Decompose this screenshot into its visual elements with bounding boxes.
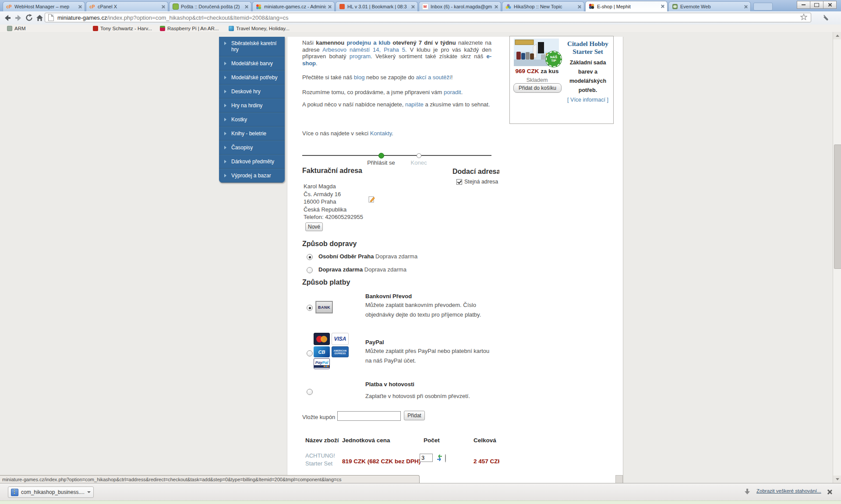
sidebar-item-modelarske-potreby[interactable]: Modelářské potřeby [219,70,285,85]
link-akce-a-souteze[interactable]: akcí a soutěží [416,74,451,81]
product-title-link[interactable]: Citadel Hobby Starter Set [564,40,611,56]
scroll-down-button[interactable] [833,476,841,483]
cart-product-link[interactable]: ACHTUNG! Starter Set [305,452,335,468]
vertical-scrollbar[interactable] [833,32,841,483]
payment-radio-paypal[interactable] [307,350,313,356]
window-controls [797,1,837,9]
minimize-button[interactable] [797,1,810,9]
status-bar-url: miniature-games.cz/index.php?option=com_… [0,475,420,483]
more-info-link[interactable]: [ Více informací ] [564,97,611,103]
tab-gmail-inbox[interactable]: M Inbox (6) - karol.magda@gm [419,1,501,11]
sidebar-item-darkove-predmety[interactable]: Dárkové předměty [219,155,285,169]
evernote-icon [671,4,678,10]
tab-close-icon[interactable] [328,5,332,9]
tab-close-icon[interactable] [661,4,664,8]
link-blog[interactable]: blog [354,74,365,81]
back-button[interactable] [2,13,12,23]
download-menu-caret-icon[interactable] [87,491,91,493]
tab-eshop-active[interactable]: E-shop | Mephit [585,1,668,11]
tab-close-icon[interactable] [494,5,498,9]
billing-address-heading: Fakturační adresa [302,167,362,175]
address-bar[interactable]: miniature-games.cz/index.php?option=com_… [45,13,811,22]
link-poradit[interactable]: poradit [444,89,461,95]
wrench-menu-button[interactable] [820,13,830,23]
link-napiste[interactable]: napište [405,101,424,108]
same-address-checkbox[interactable] [456,179,462,185]
coupon-input[interactable] [337,411,401,421]
show-all-downloads-link[interactable]: Zobrazit veškeré stahování... [756,488,821,493]
shipping-radio-osobni-odber[interactable] [307,254,313,260]
reload-button[interactable] [24,13,34,23]
cpanel-icon: cP [89,4,95,10]
tab-hikashop-forum[interactable]: HikaShop :: New Topic [502,1,584,11]
bookmark-star-icon[interactable] [800,14,807,22]
quantity-input[interactable] [420,454,433,462]
shipping-radio-doprava-zdarma[interactable] [307,267,313,273]
progress-current-dot[interactable] [378,153,384,159]
tab-evernote[interactable]: Evernote Web [668,1,751,11]
intro-paragraph-4: A pokud něco v naší nabídce nenajdete, n… [302,101,491,108]
scrollbar-thumb[interactable] [834,145,841,269]
tab-close-icon[interactable] [161,5,165,9]
same-address-label: Stejná adresa [464,179,498,185]
tab-close-icon[interactable] [411,5,415,9]
joomla-icon [255,4,262,10]
tab-overflow-stub[interactable] [753,3,773,11]
tab-close-icon[interactable] [744,5,748,9]
edit-address-icon[interactable] [368,195,376,205]
new-address-button[interactable]: Nové [305,222,323,231]
tab-close-icon[interactable] [577,5,581,9]
tab-close-icon[interactable] [244,5,248,9]
payment-desc-cash: Zaplaťte v hotovosti při osobním převzet… [365,391,492,401]
tab-close-icon[interactable] [78,5,82,9]
cart-header-total: Celková [474,437,496,444]
link-adresa[interactable]: Arbesovo náměstí 14, Praha 5 [322,46,405,53]
scroll-up-button[interactable] [833,32,841,39]
sidebar-item-deskove-hry[interactable]: Deskové hry [219,85,285,99]
home-button[interactable] [35,13,45,23]
add-to-cart-button[interactable]: Přidat do košíku [513,83,562,93]
tab-posta[interactable]: Pošta :: Doručená pošta (2) [169,1,251,11]
tab-webhost-manager[interactable]: cP WebHost Manager – mep [3,1,85,11]
page-viewport: Sběratelské karetní hry Modelářské barvy… [0,32,841,483]
bookmark-raspberry-pi[interactable]: Raspberry Pi | An AR... [160,25,219,32]
close-button[interactable] [823,1,837,9]
sidebar-item-modelarske-barvy[interactable]: Modelářské barvy [219,56,285,70]
sidebar-item-hry-na-hrdiny[interactable]: Hry na hrdiny [219,99,285,113]
progress-final-dot[interactable] [417,153,421,158]
frame-scrollbar-end[interactable] [615,475,623,483]
cb-card-icon: CB [314,346,330,357]
link-prodejna-a-klub[interactable]: prodejnu a klub [346,39,390,46]
joomla-site-icon [588,3,595,10]
download-item-button[interactable]: com_hikashop_business....zip [8,486,94,498]
sidebar-item-knihy-beletrie[interactable]: Knihy - beletrie [219,127,285,141]
link-kontakty[interactable]: Kontakty [370,130,392,137]
address-country: Česká Republika [304,206,363,214]
tab-admin[interactable]: miniature-games.cz - Adminis [252,1,335,11]
bookmarks-bar: ARM Tony Schwartz - Harv... Raspberry Pi… [0,25,841,32]
tab-cpanel[interactable]: cP cPanel X [86,1,168,11]
forward-icon [14,14,22,21]
payment-radio-cash[interactable] [307,389,313,395]
payment-radio-bank[interactable] [307,305,313,311]
delete-item-icon[interactable] [445,454,446,462]
url-text[interactable]: miniature-games.cz/index.php?option=com_… [57,14,289,21]
link-program[interactable]: program [350,53,371,60]
bookmark-tony-schwartz[interactable]: Tony Schwartz - Harv... [93,25,152,32]
chevron-right-icon [224,132,226,135]
bookmark-arm[interactable]: ARM [7,25,26,32]
maximize-button[interactable] [810,1,823,9]
chevron-right-icon [224,76,226,79]
close-shelf-icon[interactable] [827,489,832,494]
sidebar-item-sberatelske-karetni-hry[interactable]: Sběratelské karetní hry [219,37,285,56]
sidebar-item-kostky[interactable]: Kostky [219,113,285,127]
bookmark-travel-money[interactable]: Travel Money, Holiday... [229,25,290,32]
coupon-add-button[interactable]: Přidat [404,411,425,420]
update-quantity-icon[interactable] [436,454,443,463]
intro-paragraph-1: Naši kamennou prodejnu a klub otevřený 7… [302,39,491,67]
tab-hl-bookmark[interactable]: HL v 3.01 | Bookmark | 08:3 [336,1,418,11]
forward-button[interactable] [13,13,23,23]
stock-status: Skladem [510,77,564,83]
sidebar-item-casopisy[interactable]: Časopisy [219,141,285,155]
sidebar-item-vyprodej-a-bazar[interactable]: Výprodej a bazar [219,169,285,183]
